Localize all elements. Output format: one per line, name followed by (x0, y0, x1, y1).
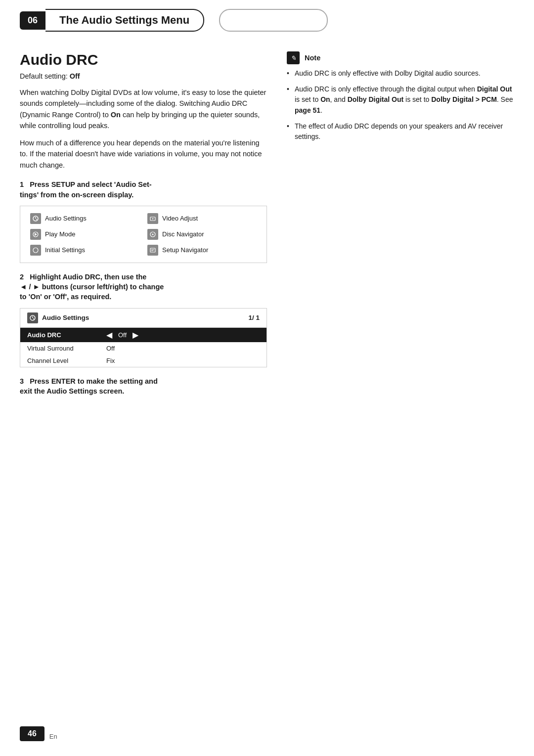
note-item-2: Audio DRC is only effective through the … (287, 84, 514, 116)
note-header: ✎ Note (287, 51, 514, 64)
language-label: En (49, 733, 57, 740)
play-mode-icon (30, 229, 41, 240)
row-label-audio-drc: Audio DRC (27, 331, 106, 339)
menu-item-initial-settings: Initial Settings (30, 245, 139, 256)
row-value-channel-level: Fix (106, 357, 115, 364)
menu-item-video-adjust: Video Adjust (147, 213, 257, 224)
menu-item-label: Audio Settings (45, 215, 87, 222)
settings-row-virtual-surround: Virtual Surround Off (20, 342, 267, 355)
note-item-1: Audio DRC is only effective with Dolby D… (287, 68, 514, 79)
page-info: 1/ 1 (248, 314, 260, 321)
page-number: 46 (20, 726, 44, 741)
row-value-audio-drc: Off (118, 331, 127, 339)
left-column: Audio DRC Default setting: Off When watc… (20, 51, 267, 402)
arrow-right-icon: ▶ (133, 330, 138, 340)
settings-row-audio-drc: Audio DRC ◀ Off ▶ (20, 328, 267, 342)
svg-point-2 (36, 219, 37, 220)
menu-item-label: Setup Navigator (162, 246, 208, 254)
menu-item-label: Play Mode (45, 230, 75, 238)
menu-item-audio-settings: Audio Settings (30, 213, 139, 224)
svg-marker-4 (152, 218, 154, 220)
step3-heading: 3 Press ENTER to make the setting and ex… (20, 376, 267, 397)
note-box: ✎ Note Audio DRC is only effective with … (287, 51, 514, 142)
audio-settings-table-icon (27, 312, 38, 323)
header-right-decoration (219, 9, 328, 32)
note-label: Note (305, 54, 320, 62)
note-item-3: The effect of Audio DRC depends on your … (287, 121, 514, 142)
settings-row-channel-level: Channel Level Fix (20, 355, 267, 367)
header-icon-label: Audio Settings (27, 312, 89, 323)
settings-table-header: Audio Settings 1/ 1 (20, 309, 267, 328)
video-adjust-icon (147, 213, 158, 224)
menu-screenshot-box: Audio Settings Video Adjust (20, 206, 267, 263)
row-label-virtual-surround: Virtual Surround (27, 345, 106, 352)
menu-item-setup-navigator: Setup Navigator (147, 245, 257, 256)
chapter-title: The Audio Settings Menu (45, 9, 204, 32)
menu-grid: Audio Settings Video Adjust (30, 213, 257, 256)
initial-settings-icon (30, 245, 41, 256)
menu-item-label: Video Adjust (162, 215, 198, 222)
default-value: Off (70, 72, 80, 80)
default-label: Default setting: (20, 72, 68, 80)
section-title: Audio DRC (20, 51, 267, 68)
page-footer: 46 En (0, 726, 534, 741)
body-text-2: How much of a difference you hear depend… (20, 137, 267, 171)
audio-settings-table: Audio Settings 1/ 1 Audio DRC ◀ Off ▶ Vi… (20, 308, 267, 367)
right-column: ✎ Note Audio DRC is only effective with … (287, 51, 514, 402)
menu-item-label: Disc Navigator (162, 230, 204, 238)
table-header-title: Audio Settings (42, 314, 89, 321)
note-icon: ✎ (287, 51, 300, 64)
arrow-left-icon: ◀ (106, 330, 112, 340)
chapter-number: 06 (20, 11, 45, 30)
svg-point-7 (152, 233, 154, 235)
default-setting: Default setting: Off (20, 72, 267, 80)
audio-settings-icon (30, 213, 41, 224)
menu-item-label: Initial Settings (45, 246, 85, 254)
disc-navigator-icon (147, 229, 158, 240)
svg-point-8 (33, 248, 38, 253)
svg-point-14 (33, 318, 34, 319)
menu-item-disc-navigator: Disc Navigator (147, 229, 257, 240)
menu-item-play-mode: Play Mode (30, 229, 139, 240)
note-list: Audio DRC is only effective with Dolby D… (287, 68, 514, 142)
row-label-channel-level: Channel Level (27, 357, 106, 364)
body-text-1: When watching Dolby Digital DVDs at low … (20, 87, 267, 132)
svg-rect-9 (150, 248, 155, 252)
step2-heading: 2 Highlight Audio DRC, then use the ◄ / … (20, 272, 267, 302)
page-header: 06 The Audio Settings Menu (0, 0, 534, 32)
row-value-virtual-surround: Off (106, 345, 115, 352)
content-area: Audio DRC Default setting: Off When watc… (0, 32, 534, 402)
step1-heading: 1 Press SETUP and select 'Audio Set-ting… (20, 179, 267, 200)
setup-navigator-icon (147, 245, 158, 256)
